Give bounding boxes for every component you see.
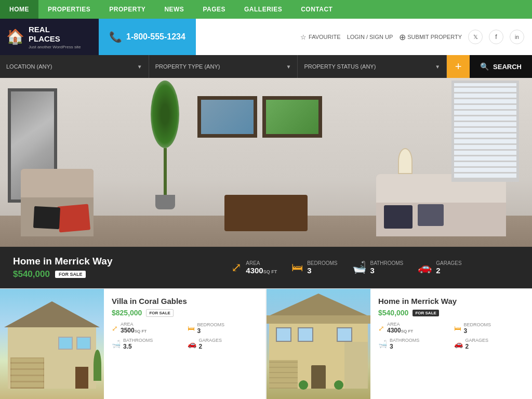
bedrooms-value: 3 <box>307 266 337 275</box>
brand-name: REALPLACES <box>29 25 81 44</box>
card2-image <box>267 289 370 399</box>
bedrooms-icon: 🛏 <box>291 261 303 274</box>
location-select[interactable]: LOCATION (ANY) ▼ <box>0 55 149 78</box>
property-card-1[interactable]: Villa in Coral Gables $825,000 FOR SALE … <box>0 289 267 399</box>
card1-badge: FOR SALE <box>146 309 173 317</box>
bathrooms-icon: 🛁 <box>352 261 366 274</box>
property-card-2[interactable]: Home in Merrick Way $540,000 FOR SALE ⤢ … <box>267 289 532 399</box>
card2-bathrooms: 🛁 Bathrooms 3 <box>378 338 449 350</box>
card1-garages: 🚗 Garages 2 <box>188 338 258 350</box>
bedrooms-stat: 🛏 Bedrooms 3 <box>291 260 337 275</box>
card2-bedrooms-icon: 🛏 <box>454 324 461 332</box>
property-status-select[interactable]: PROPERTY STATUS (ANY) ▼ <box>298 55 447 78</box>
garages-label: Garages <box>436 260 461 266</box>
card2-title: Home in Merrick Way <box>378 297 524 305</box>
card2-area: ⤢ Area 4300SQ FT <box>378 322 449 335</box>
nav-item-galleries[interactable]: GALLERIES <box>235 0 291 19</box>
bedrooms-label: Bedrooms <box>307 260 337 266</box>
plus-icon: ⊕ <box>399 32 406 42</box>
card1-bathrooms-icon: 🛁 <box>112 340 121 348</box>
property-bar: Home in Merrick Way $540,000 FOR SALE ⤢ … <box>0 247 532 288</box>
favourite-link[interactable]: ☆ FAVOURITE <box>300 33 341 41</box>
nav-item-property[interactable]: PROPERTY <box>100 0 155 19</box>
add-filter-button[interactable]: + <box>447 55 470 78</box>
hero-stats: ⤢ Area 4300SQ FT 🛏 Bedrooms 3 🛁 Bathroom… <box>174 260 519 275</box>
hero-property-title: Home in Merrick Way <box>13 256 174 267</box>
bathrooms-value: 3 <box>370 266 404 275</box>
phone-icon: 📞 <box>109 31 122 43</box>
card1-title: Villa in Coral Gables <box>112 297 258 305</box>
type-arrow-icon: ▼ <box>286 64 291 70</box>
nav-item-contact[interactable]: CONTACT <box>291 0 342 19</box>
bathrooms-label: Bathrooms <box>370 260 404 266</box>
twitter-icon[interactable]: 𝕏 <box>468 30 483 44</box>
search-bar: LOCATION (ANY) ▼ PROPERTY TYPE (ANY) ▼ P… <box>0 55 532 78</box>
area-label: Area <box>246 260 277 266</box>
area-icon: ⤢ <box>231 260 242 275</box>
logo-icon: 🏠 <box>6 30 24 44</box>
card2-badge: FOR SALE <box>413 310 438 316</box>
nav-item-pages[interactable]: PAGES <box>193 0 235 19</box>
hero-section <box>0 78 532 247</box>
top-nav: HOME PROPERTIES PROPERTY NEWS PAGES GALL… <box>0 0 532 19</box>
hero-image <box>0 78 532 247</box>
hero-property-price: $540,000 <box>13 269 50 280</box>
header-right: ☆ FAVOURITE LOGIN / SIGN UP ⊕ SUBMIT PRO… <box>196 19 532 55</box>
garages-stat: 🚗 Garages 2 <box>418 260 461 275</box>
card1-area: ⤢ Area 3500SQ FT <box>112 322 182 335</box>
card1-bedrooms: 🛏 Bedrooms 3 <box>188 322 258 335</box>
hero-for-sale-badge: FOR SALE <box>55 271 86 278</box>
phone-area[interactable]: 📞 1-800-555-1234 <box>99 19 196 55</box>
card2-bedrooms: 🛏 Bedrooms 3 <box>454 322 525 335</box>
location-arrow-icon: ▼ <box>137 64 142 70</box>
favourite-icon: ☆ <box>300 33 307 41</box>
card1-image <box>0 289 104 399</box>
card2-details: Home in Merrick Way $540,000 FOR SALE ⤢ … <box>370 289 532 399</box>
bathrooms-stat: 🛁 Bathrooms 3 <box>352 260 404 275</box>
login-link[interactable]: LOGIN / SIGN UP <box>347 34 393 40</box>
card1-bedrooms-icon: 🛏 <box>188 324 195 332</box>
card2-garages: 🚗 Garages 2 <box>454 338 525 350</box>
card2-garages-icon: 🚗 <box>454 340 463 348</box>
site-header: 🏠 REALPLACES Just another WordPress site… <box>0 19 532 55</box>
logo-area: 🏠 REALPLACES Just another WordPress site <box>0 19 99 55</box>
status-arrow-icon: ▼ <box>435 64 440 70</box>
submit-property-link[interactable]: ⊕ SUBMIT PROPERTY <box>399 32 462 42</box>
garages-icon: 🚗 <box>418 261 432 274</box>
card1-area-icon: ⤢ <box>112 324 118 332</box>
card1-bathrooms: 🛁 Bathrooms 3.5 <box>112 338 182 350</box>
property-type-select[interactable]: PROPERTY TYPE (ANY) ▼ <box>149 55 298 78</box>
nav-item-news[interactable]: NEWS <box>155 0 193 19</box>
linkedin-icon[interactable]: in <box>510 30 524 44</box>
search-icon: 🔍 <box>480 62 489 71</box>
area-value: 4300SQ FT <box>246 266 277 275</box>
card2-area-icon: ⤢ <box>378 324 384 332</box>
nav-item-properties[interactable]: PROPERTIES <box>38 0 100 19</box>
card2-bathrooms-icon: 🛁 <box>378 340 387 348</box>
bottom-row: Villa in Coral Gables $825,000 FOR SALE … <box>0 288 532 399</box>
brand-tagline: Just another WordPress site <box>29 45 81 49</box>
phone-number: 1-800-555-1234 <box>126 32 185 42</box>
card1-details: Villa in Coral Gables $825,000 FOR SALE … <box>104 289 265 399</box>
card1-garages-icon: 🚗 <box>188 340 196 348</box>
nav-item-home[interactable]: HOME <box>0 0 38 19</box>
facebook-icon[interactable]: f <box>489 30 503 44</box>
card1-price: $825,000 <box>112 309 142 317</box>
garages-value: 2 <box>436 266 461 275</box>
hero-property-info: Home in Merrick Way $540,000 FOR SALE <box>13 256 174 280</box>
card2-price: $540,000 <box>378 309 408 317</box>
search-button[interactable]: 🔍 SEARCH <box>470 55 532 78</box>
area-stat: ⤢ Area 4300SQ FT <box>231 260 277 275</box>
